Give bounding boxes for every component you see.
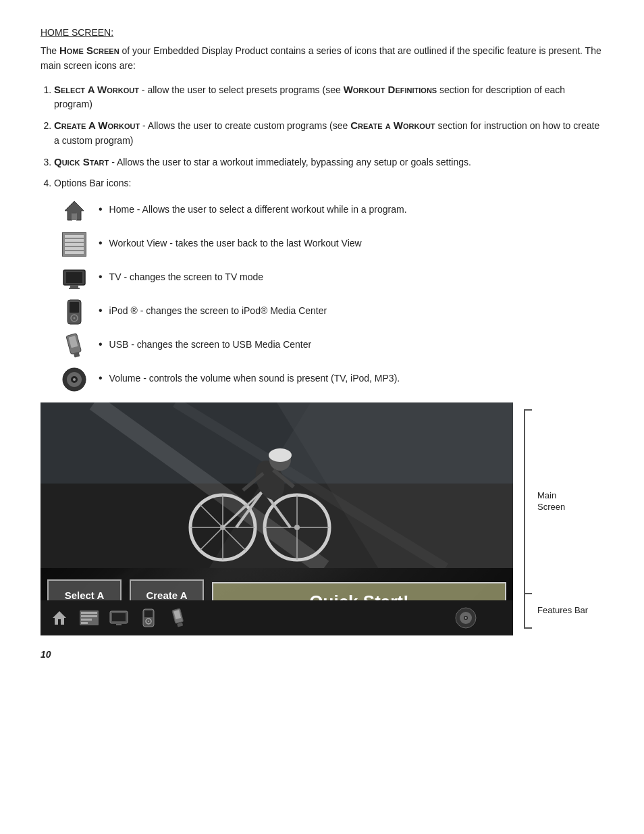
svg-point-9 xyxy=(74,317,76,319)
icon-item-usb: USB - changes the screen to USB Media Ce… xyxy=(61,332,603,359)
fb-bracket-vert xyxy=(524,594,525,627)
icon-item-volume: Volume - controls the volume when sound … xyxy=(61,366,603,393)
item2-bold2: Create a Workout xyxy=(350,120,435,131)
features-ipod-icon[interactable] xyxy=(138,607,159,629)
workout-view-icon-label: Workout View - takes the user back to th… xyxy=(99,231,362,251)
svg-point-39 xyxy=(269,448,292,462)
svg-rect-52 xyxy=(144,610,153,617)
volume-icon xyxy=(61,366,88,393)
item1-bold2: Workout Definitions xyxy=(344,84,437,95)
ipod-icon-label: iPod ® - changes the screen to iPod® Med… xyxy=(99,298,327,318)
icon-item-tv: TV - changes the screen to TV mode xyxy=(61,265,603,292)
svg-rect-5 xyxy=(69,288,80,289)
ipod-icon xyxy=(61,298,88,325)
item1-bold: Select A Workout xyxy=(54,84,139,95)
features-bar-bracket xyxy=(524,593,532,629)
item3-text: - Allows the user to star a workout imme… xyxy=(111,157,471,167)
screenshot-annotations: MainScreen Features Bar xyxy=(524,402,588,635)
icon-list: Home - Allows the user to select a diffe… xyxy=(61,197,603,393)
icon-item-ipod: iPod ® - changes the screen to iPod® Med… xyxy=(61,298,603,325)
item1-text: - allow the user to select presets progr… xyxy=(142,84,344,95)
cyclist-image xyxy=(41,402,513,568)
features-usb-icon[interactable] xyxy=(167,607,189,629)
svg-rect-1 xyxy=(72,213,77,220)
features-tv-icon[interactable] xyxy=(108,607,130,629)
icon-item-workout-view: Workout View - takes the user back to th… xyxy=(61,231,603,258)
svg-point-61 xyxy=(465,617,467,619)
svg-rect-46 xyxy=(81,619,92,621)
svg-rect-3 xyxy=(66,272,82,283)
features-bar-annotation: Features Bar xyxy=(524,593,588,629)
bracket-vert xyxy=(524,411,525,593)
workout-view-icon xyxy=(61,231,88,258)
screenshot-section: Select A Workout Create A Workout Quick … xyxy=(41,402,603,635)
tv-icon-label: TV - changes the screen to TV mode xyxy=(99,265,263,284)
volume-icon-label: Volume - controls the volume when sound … xyxy=(99,366,400,386)
screenshot-frame: Select A Workout Create A Workout Quick … xyxy=(41,402,513,635)
list-item-4: Options Bar icons: Home - Allows the use… xyxy=(54,176,603,393)
home-screen-bold: Home Screen xyxy=(59,45,119,56)
item4-text: Options Bar icons: xyxy=(54,178,131,188)
home-screen-section: HOME SCREEN: The Home Screen of your Emb… xyxy=(41,27,603,393)
main-list: Select A Workout - allow the user to sel… xyxy=(54,82,603,394)
features-bar-label-container: Features Bar xyxy=(537,593,588,629)
section-title: HOME SCREEN: xyxy=(41,27,603,38)
svg-point-54 xyxy=(148,621,149,622)
page-number: 10 xyxy=(41,649,603,660)
main-screen-label-container: MainScreen xyxy=(537,409,565,594)
svg-rect-7 xyxy=(70,302,79,313)
features-volume-icon[interactable] xyxy=(455,607,477,629)
intro-paragraph: The Home Screen of your Embedded Display… xyxy=(41,43,603,73)
svg-rect-44 xyxy=(81,612,97,614)
svg-rect-50 xyxy=(116,624,122,625)
item3-bold: Quick Start xyxy=(54,156,109,167)
fb-bracket-bottom xyxy=(524,627,532,629)
home-icon xyxy=(61,197,88,224)
tv-icon xyxy=(61,265,88,292)
features-workout-view-icon[interactable] xyxy=(78,607,100,629)
main-screen-label: MainScreen xyxy=(537,490,565,513)
svg-rect-49 xyxy=(112,613,126,621)
item2-bold: Create A Workout xyxy=(54,120,140,131)
main-screen-bracket xyxy=(524,409,532,594)
list-item-1: Select A Workout - allow the user to sel… xyxy=(54,82,603,112)
features-bar-label: Features Bar xyxy=(537,605,588,617)
main-screen-annotation: MainScreen xyxy=(524,409,588,594)
home-icon-label: Home - Allows the user to select a diffe… xyxy=(99,197,407,217)
usb-icon xyxy=(61,332,88,359)
svg-marker-42 xyxy=(53,611,66,625)
features-home-icon[interactable] xyxy=(49,607,70,629)
usb-icon-label: USB - changes the screen to USB Media Ce… xyxy=(99,332,311,352)
svg-rect-47 xyxy=(81,622,88,624)
intro-rest: of your Embedded Display Product contain… xyxy=(41,45,601,71)
icon-item-home: Home - Allows the user to select a diffe… xyxy=(61,197,603,224)
item2-text: - Allows the user to create custom progr… xyxy=(142,120,350,131)
features-bar xyxy=(41,600,513,635)
svg-rect-45 xyxy=(81,615,97,617)
list-item-2: Create A Workout - Allows the user to cr… xyxy=(54,118,603,148)
svg-point-16 xyxy=(73,378,76,381)
list-item-3: Quick Start - Allows the user to star a … xyxy=(54,155,603,170)
svg-rect-4 xyxy=(70,286,78,288)
